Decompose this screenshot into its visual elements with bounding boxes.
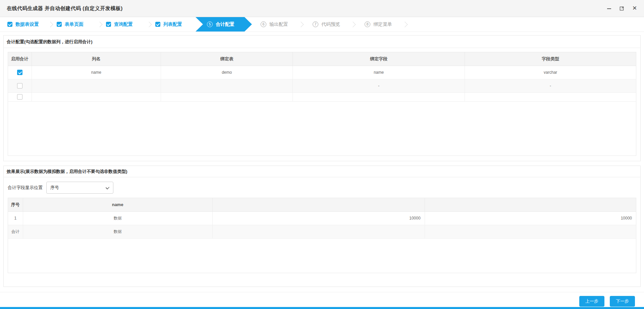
sum-config-panel: 合计配置(勾选配置的数据列，进行启用合计) 启用合计 列名 绑定表 绑定字段 字… xyxy=(3,35,641,161)
cell-index: 1 xyxy=(8,211,23,225)
cell-col-name: name xyxy=(32,66,161,79)
step-wizard: 数据表设置 表单页面 查询配置 列表配置 5 合计配置 6 输出配置 7 代码预… xyxy=(0,17,644,32)
sum-config-panel-title: 合计配置(勾选配置的数据列，进行启用合计) xyxy=(4,36,640,48)
enable-sum-checkbox[interactable] xyxy=(17,70,22,75)
col-name: name xyxy=(23,198,212,211)
table-row: name demo name varchar xyxy=(8,66,636,79)
code-generator-window: 在线代码生成器 并自动创建代码 (自定义开发模板) ✕ 数据表设置 表单页面 查… xyxy=(0,0,644,309)
titlebar: 在线代码生成器 并自动创建代码 (自定义开发模板) ✕ xyxy=(0,0,644,17)
step-number-icon: 8 xyxy=(365,21,370,27)
step-number-icon: 6 xyxy=(261,21,266,27)
check-square-icon xyxy=(57,22,62,27)
bottom-accent-strip xyxy=(0,307,644,309)
close-icon[interactable]: ✕ xyxy=(632,6,637,11)
cell-value: 10000 xyxy=(425,211,636,225)
step-separator-icon xyxy=(350,17,356,32)
sum-config-table: 启用合计 列名 绑定表 绑定字段 字段类型 name demo name var… xyxy=(8,52,636,156)
next-step-button[interactable]: 下一步 xyxy=(610,296,635,307)
col-bind-table: 绑定表 xyxy=(161,52,293,66)
step-form-page[interactable]: 表单页面 xyxy=(53,17,97,32)
step-code-preview[interactable]: 7 代码预览 xyxy=(304,17,350,32)
cell-name: 数据 xyxy=(23,225,212,238)
step-number-icon: 5 xyxy=(207,21,213,27)
cell-field-type xyxy=(465,92,636,101)
cell-field-type: varchar xyxy=(465,66,636,79)
step-separator-icon xyxy=(146,17,152,32)
step-output-config[interactable]: 6 输出配置 xyxy=(252,17,298,32)
cell-index: 合计 xyxy=(8,225,23,238)
sum-position-label: 合计字段显示位置 xyxy=(8,185,43,191)
table-row: 1 数据 10000 10000 xyxy=(8,211,636,225)
selected-value: 序号 xyxy=(50,185,59,191)
check-square-icon xyxy=(7,22,12,27)
table-header-row: 启用合计 列名 绑定表 绑定字段 字段类型 xyxy=(8,52,636,66)
cell-field-type: - xyxy=(465,79,636,92)
cell-bind-table xyxy=(161,92,293,101)
col-bind-field: 绑定字段 xyxy=(293,52,465,66)
step-separator-icon xyxy=(298,17,304,32)
window-controls: ✕ xyxy=(606,6,637,11)
step-separator-icon xyxy=(48,17,53,32)
cell-bind-field: - xyxy=(293,79,465,92)
step-datatable[interactable]: 数据表设置 xyxy=(4,17,48,32)
cell-bind-table xyxy=(161,79,293,92)
cell-name: 数据 xyxy=(23,211,212,225)
minimize-icon[interactable] xyxy=(606,6,612,11)
step-bind-menu[interactable]: 8 绑定菜单 xyxy=(356,17,402,32)
preview-panel-title: 效果展示(展示数据为模拟数据，启用合计不要勾选非数值类型) xyxy=(4,166,640,177)
cell-value xyxy=(425,225,636,238)
table-row xyxy=(8,92,636,101)
step-sum-config-current[interactable]: 5 合计配置 xyxy=(196,17,252,32)
col-blank xyxy=(212,198,425,211)
cell-bind-field xyxy=(293,92,465,101)
col-enable-sum: 启用合计 xyxy=(8,52,32,66)
table-header-row: 序号 name xyxy=(8,198,636,211)
window-title: 在线代码生成器 并自动创建代码 (自定义开发模板) xyxy=(7,5,123,12)
prev-step-button[interactable]: 上一步 xyxy=(579,296,604,307)
footer-buttons: 上一步 下一步 xyxy=(579,296,635,307)
step-list-config[interactable]: 列表配置 xyxy=(152,17,196,32)
col-index: 序号 xyxy=(8,198,23,211)
cell-value xyxy=(212,225,425,238)
check-square-icon xyxy=(155,22,160,27)
cell-bind-field: name xyxy=(293,66,465,79)
step-query-config[interactable]: 查询配置 xyxy=(103,17,146,32)
sum-position-row: 合计字段显示位置 序号 xyxy=(8,182,640,194)
enable-sum-checkbox[interactable] xyxy=(17,83,22,88)
col-field-type: 字段类型 xyxy=(465,52,636,66)
step-separator-icon xyxy=(402,17,408,32)
table-row-total: 合计 数据 xyxy=(8,225,636,238)
cell-col-name xyxy=(32,92,161,101)
sum-position-select[interactable]: 序号 xyxy=(46,182,113,194)
col-name: 列名 xyxy=(32,52,161,66)
enable-sum-checkbox[interactable] xyxy=(17,94,22,100)
check-square-icon xyxy=(106,22,111,27)
chevron-down-icon xyxy=(106,186,109,189)
maximize-icon[interactable] xyxy=(619,6,625,11)
step-number-icon: 7 xyxy=(313,21,318,27)
footer-divider xyxy=(0,292,644,292)
step-separator-icon xyxy=(97,17,103,32)
cell-value: 10000 xyxy=(212,211,425,225)
col-blank xyxy=(425,198,636,211)
table-row: - - xyxy=(8,79,636,92)
cell-bind-table: demo xyxy=(161,66,293,79)
preview-panel: 效果展示(展示数据为模拟数据，启用合计不要勾选非数值类型) 合计字段显示位置 序… xyxy=(3,166,641,287)
cell-col-name xyxy=(32,79,161,92)
preview-table: 序号 name 1 数据 10000 10000 合计 xyxy=(8,198,636,273)
